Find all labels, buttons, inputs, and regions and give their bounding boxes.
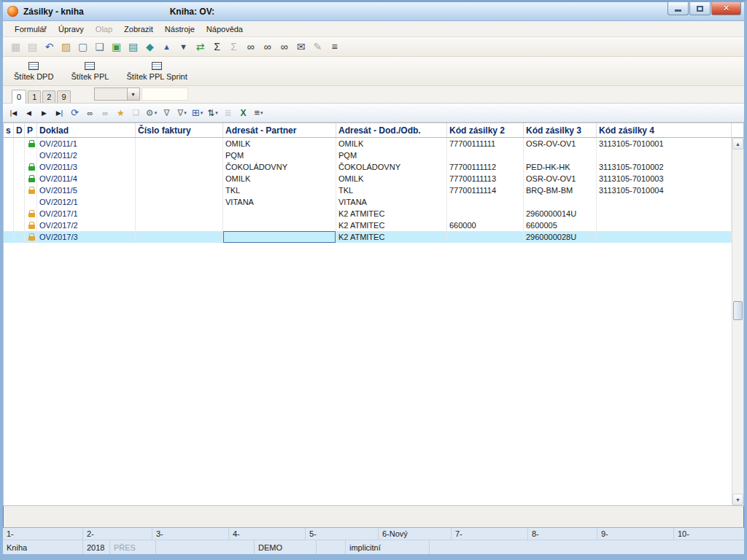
cell: [447, 196, 524, 208]
column-header-d[interactable]: D: [14, 123, 25, 137]
down-arrow-icon[interactable]: ▼: [175, 39, 192, 55]
table-row[interactable]: OV/2011/3ČOKOLÁDOVNYČOKOLÁDOVNY777001111…: [4, 161, 732, 173]
column-header-ko-d-za-silky-3[interactable]: Kód zásilky 3: [524, 123, 597, 137]
scrollbar-track[interactable]: [732, 149, 743, 494]
fkey-slot-10[interactable]: 10-: [674, 528, 744, 540]
fkey-slot-5[interactable]: 5-: [306, 528, 379, 540]
cell: 2960000014U: [524, 208, 597, 219]
filter-icon[interactable]: ∇: [159, 105, 174, 120]
column-header-adresa-t-partner[interactable]: Adresát - Partner: [223, 123, 336, 137]
cell: 3113105-7010004: [597, 184, 732, 196]
open-icon[interactable]: ▨: [58, 39, 74, 55]
copy-icon[interactable]: ❏: [91, 39, 108, 55]
column-header-s[interactable]: s: [4, 123, 14, 137]
cell: [136, 231, 223, 243]
sum-icon[interactable]: Σ: [209, 39, 225, 55]
tab-0[interactable]: 0: [12, 90, 26, 104]
status-empty-3: [430, 540, 744, 554]
fkey-slot-1[interactable]: 1-: [3, 528, 83, 540]
cell: [223, 219, 336, 231]
table-row[interactable]: OV/2017/3K2 ATMITEC2960000028U: [4, 231, 732, 243]
nav-next-icon[interactable]: ▶: [36, 105, 52, 120]
up-arrow-icon[interactable]: ▲: [158, 39, 175, 55]
sum-filtered-icon: Σ: [225, 39, 242, 55]
excel-icon[interactable]: X: [236, 105, 251, 120]
menu-icon[interactable]: ≡▾: [251, 105, 266, 120]
send-icon[interactable]: ◆: [142, 39, 158, 55]
outline-icon: ≣: [220, 105, 236, 120]
cell-s: [4, 219, 14, 231]
fkey-slot-2[interactable]: 2-: [83, 528, 152, 540]
list-icon[interactable]: ≡: [326, 39, 343, 55]
fkey-slot-3[interactable]: 3-: [152, 528, 229, 540]
cell: OV/2017/2: [37, 219, 136, 231]
quick-search-input[interactable]: [142, 88, 188, 101]
close-button[interactable]: ✕: [711, 2, 741, 15]
table-row[interactable]: OV/2017/1K2 ATMITEC2960000014U: [4, 208, 732, 219]
table-row[interactable]: OV/2012/1VITANAVITANA: [4, 196, 732, 208]
column-header-adresa-t-dod-odb[interactable]: Adresát - Dod./Odb.: [336, 123, 447, 137]
nav-prev-icon[interactable]: ◀: [21, 105, 36, 120]
menu-na-pove-da[interactable]: Nápověda: [201, 23, 249, 36]
table-row[interactable]: OV/2017/2K2 ATMITEC6600006600005: [4, 219, 732, 231]
nav-first-icon[interactable]: |◀: [6, 105, 21, 120]
new-record-icon[interactable]: ▣: [108, 39, 125, 55]
find-icon[interactable]: ∞: [82, 105, 98, 120]
column-header-c-i-slo-faktury[interactable]: Číslo faktury: [136, 123, 223, 137]
fkey-slot-7[interactable]: 7-: [452, 528, 528, 540]
chevron-down-icon: ▾: [201, 110, 204, 116]
fkey-slot-6[interactable]: 6-Nový: [379, 528, 452, 540]
scrollbar-thumb[interactable]: [733, 301, 743, 320]
cell-d: [14, 184, 25, 196]
fkey-slot-8[interactable]: 8-: [528, 528, 597, 540]
combo-dropdown-button[interactable]: ▼: [128, 88, 140, 101]
tab-2[interactable]: 2: [42, 90, 55, 103]
cell: BRQ-BM-BM: [524, 184, 597, 196]
column-header-ko-d-za-silky-2[interactable]: Kód zásilky 2: [447, 123, 524, 137]
new-icon[interactable]: ▢: [74, 39, 91, 55]
refresh-icon[interactable]: ⟳: [67, 105, 82, 120]
nav-last-icon[interactable]: ▶|: [52, 105, 67, 120]
menu-na-stroje[interactable]: Nástroje: [159, 23, 201, 36]
tools-icon[interactable]: ⚙▾: [144, 105, 159, 120]
cell: ČOKOLÁDOVNY: [223, 161, 336, 173]
minimize-button[interactable]: [667, 2, 689, 15]
cell: PQM: [223, 149, 336, 161]
column-header-ko-d-za-silky-4[interactable]: Kód zásilky 4: [597, 123, 732, 137]
views-icon[interactable]: ⊞▾: [190, 105, 205, 120]
filter-menu-icon[interactable]: ∇▾: [174, 105, 190, 120]
find-next-icon[interactable]: ∞: [259, 39, 276, 55]
favorites-icon[interactable]: ★: [113, 105, 128, 120]
column-header-p[interactable]: P: [25, 123, 37, 137]
table-row[interactable]: OV/2011/4OMILKOMILK77700111113OSR-OV-OV1…: [4, 173, 732, 184]
mail-icon[interactable]: ✉: [293, 39, 309, 55]
filter-combo-field[interactable]: [94, 88, 128, 101]
fkey-slot-4[interactable]: 4-: [229, 528, 306, 540]
column-header-doklad[interactable]: Doklad: [37, 123, 136, 137]
table-row[interactable]: OV/2011/2PQMPQM: [4, 149, 732, 161]
menu-u-pravy[interactable]: Úpravy: [53, 23, 90, 36]
sort-icon[interactable]: ⇅▾: [205, 105, 220, 120]
tab-9[interactable]: 9: [57, 90, 70, 103]
fkey-slot-9[interactable]: 9-: [597, 528, 674, 540]
maximize-button[interactable]: [689, 2, 711, 15]
cell: OV/2011/5: [37, 184, 136, 196]
find-icon[interactable]: ∞: [242, 39, 259, 55]
shipments-grid: sDPDokladČíslo fakturyAdresát - PartnerA…: [3, 122, 744, 506]
find-doc-icon[interactable]: ∞: [276, 39, 293, 55]
table-row[interactable]: OV/2011/5TKLTKL77700111114BRQ-BM-BM31131…: [4, 184, 732, 196]
scroll-down-button[interactable]: ▼: [732, 494, 743, 505]
notes-icon[interactable]: ▤: [125, 39, 142, 55]
vertical-scrollbar[interactable]: ▲ ▼: [732, 138, 743, 505]
table-row[interactable]: OV/2011/1OMILKOMILK77700111111OSR-OV-OV1…: [4, 138, 732, 149]
button-s-ti-tek-ppl[interactable]: Štítek PPL: [66, 59, 114, 83]
tab-1[interactable]: 1: [28, 90, 41, 103]
button-s-ti-tek-ppl-sprint[interactable]: Štítek PPL Sprint: [121, 59, 192, 83]
menu-zobrazit[interactable]: Zobrazit: [118, 23, 159, 36]
cell: [524, 149, 597, 161]
button-s-ti-tek-dpd[interactable]: Štítek DPD: [9, 59, 58, 83]
scroll-up-button[interactable]: ▲: [732, 138, 743, 149]
undo-icon[interactable]: ↶: [41, 39, 58, 55]
menu-formula-r[interactable]: Formulář: [9, 23, 53, 36]
refresh-green-icon[interactable]: ⇄: [192, 39, 209, 55]
